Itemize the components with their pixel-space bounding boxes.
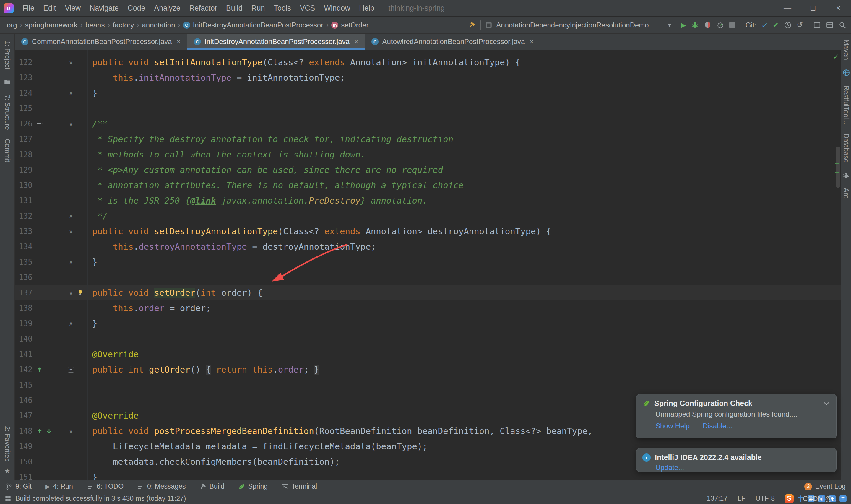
code-line-129[interactable]: 129 * <p>Any custom annotation can be us… <box>15 162 841 178</box>
code-line-134[interactable]: 134 this.destroyAnnotationType = destroy… <box>15 239 841 254</box>
chevron-down-icon[interactable] <box>822 400 830 408</box>
menu-help[interactable]: Help <box>355 2 378 14</box>
inspection-status-icon[interactable]: ✓ <box>833 52 839 61</box>
editor-tab-active[interactable]: CInitDestroyAnnotationBeanPostProcessor.… <box>187 34 365 50</box>
code-line-125[interactable]: 125 <box>15 101 841 116</box>
code-text[interactable]: public void setDestroyAnnotationType(Cla… <box>88 226 551 236</box>
code-text[interactable]: @Override <box>88 411 139 421</box>
code-text[interactable]: * <p>Any custom annotation can be used, … <box>88 165 443 175</box>
breadcrumb-springframework[interactable]: springframework <box>23 20 79 30</box>
menu-window[interactable]: Window <box>320 2 354 14</box>
fold-marker[interactable]: ∨ <box>65 289 77 296</box>
code-line-127[interactable]: 127 * Specify the destroy annotation to … <box>15 131 841 147</box>
code-line-128[interactable]: 128 * methods to call when the context i… <box>15 147 841 162</box>
menu-view[interactable]: View <box>60 2 85 14</box>
toolwindow-terminal[interactable]: Terminal <box>281 482 317 490</box>
code-text[interactable]: * Specify the destroy annotation to chec… <box>88 134 453 144</box>
code-text[interactable]: } <box>88 472 97 480</box>
toolwindow-spring[interactable]: Spring <box>238 482 268 490</box>
menu-edit[interactable]: Edit <box>39 2 60 14</box>
code-line-135[interactable]: 135∧} <box>15 254 841 270</box>
ime-toolbox-icon[interactable] <box>839 495 847 503</box>
toolwindow-4-run[interactable]: ▶4: Run <box>45 482 73 490</box>
code-text[interactable]: this.destroyAnnotationType = destroyAnno… <box>88 242 376 252</box>
close-icon[interactable]: × <box>177 38 181 46</box>
code-line-138[interactable]: 138 this.order = order; <box>15 301 841 316</box>
code-line-133[interactable]: 133∨public void setDestroyAnnotationType… <box>15 223 841 239</box>
tool-button-2-favorites[interactable]: 2: Favorites <box>3 426 11 462</box>
fold-marker[interactable]: ∨ <box>65 59 77 66</box>
fold-marker[interactable]: ∨ <box>65 228 77 235</box>
breadcrumb-factory[interactable]: factory <box>110 20 136 30</box>
code-text[interactable]: LifecycleMetadata metadata = findLifecyc… <box>88 442 428 451</box>
menu-analyze[interactable]: Analyze <box>150 2 185 14</box>
code-text[interactable]: @Override <box>88 349 139 359</box>
code-line-140[interactable]: 140 <box>15 331 841 346</box>
menu-vcs[interactable]: VCS <box>296 2 319 14</box>
menu-file[interactable]: File <box>18 2 38 14</box>
update-project-button[interactable]: ↙ <box>761 21 768 29</box>
file-encoding-indicator[interactable]: UTF-8 <box>756 494 775 503</box>
fold-marker[interactable]: ∧ <box>65 259 77 266</box>
toolwindow-9-git[interactable]: 9: Git <box>5 482 32 490</box>
code-line-141[interactable]: 141@Override <box>15 346 841 362</box>
globe-icon[interactable] <box>843 69 850 76</box>
debug-button[interactable] <box>691 21 699 29</box>
code-line-126[interactable]: 126∨/** <box>15 116 841 131</box>
close-icon[interactable]: × <box>354 38 358 46</box>
gutter-list-icon[interactable] <box>36 120 43 127</box>
editor-tab-inactive[interactable]: CCommonAnnotationBeanPostProcessor.java× <box>15 34 187 50</box>
fold-marker[interactable]: ∧ <box>65 320 77 327</box>
history-button[interactable] <box>784 21 792 29</box>
code-line-136[interactable]: 136 <box>15 270 841 285</box>
layout-button[interactable] <box>813 21 821 29</box>
code-line-137[interactable]: 137∨public void setOrder(int order) { <box>15 285 841 301</box>
scrollbar-thumb[interactable] <box>836 146 840 188</box>
code-line-130[interactable]: 130 * annotation attributes. There is no… <box>15 178 841 193</box>
fold-marker[interactable]: + <box>65 367 77 373</box>
voice-input-icon[interactable] <box>829 495 836 503</box>
build-status-message[interactable]: Build completed successfully in 3 s 430 … <box>15 494 186 503</box>
tool-button-database[interactable]: Database <box>842 133 850 162</box>
fold-marker[interactable]: ∨ <box>65 121 77 127</box>
code-text[interactable]: this.order = order; <box>88 303 211 313</box>
editor-tab-inactive[interactable]: CAutowiredAnnotationBeanPostProcessor.ja… <box>365 34 540 50</box>
sogou-logo-icon[interactable]: S <box>785 494 794 503</box>
code-line-131[interactable]: 131 * is the JSR-250 {@link javax.annota… <box>15 193 841 208</box>
handwriting-icon[interactable] <box>818 495 826 503</box>
notification-spring-config[interactable]: Spring Configuration Check Unmapped Spri… <box>636 394 836 438</box>
breadcrumb-annotation[interactable]: annotation <box>140 20 177 30</box>
code-line-145[interactable]: 145 <box>15 377 841 393</box>
menu-navigate[interactable]: Navigate <box>85 2 123 14</box>
tool-button-commit[interactable]: Commit <box>3 139 11 162</box>
tool-button-ant[interactable]: Ant <box>842 188 850 198</box>
tool-button-1-project[interactable]: 1: Project <box>3 41 11 69</box>
star-icon[interactable]: ★ <box>4 467 11 475</box>
code-text[interactable]: public void setInitAnnotationType(Class<… <box>88 57 520 67</box>
code-text[interactable]: * annotation attributes. There is no def… <box>88 180 464 190</box>
code-line-122[interactable]: 122∨public void setInitAnnotationType(Cl… <box>15 55 841 70</box>
tool-button-maven[interactable]: Maven <box>842 40 850 60</box>
notification-ide-update[interactable]: i IntelliJ IDEA 2022.2.4 available Updat… <box>636 448 836 472</box>
maximize-button[interactable]: □ <box>800 0 826 16</box>
breadcrumb-org[interactable]: org <box>5 20 19 30</box>
minimize-button[interactable]: — <box>775 0 800 16</box>
close-button[interactable]: × <box>826 0 851 16</box>
menu-run[interactable]: Run <box>247 2 269 14</box>
code-line-132[interactable]: 132∧ */ <box>15 208 841 223</box>
menu-refactor[interactable]: Refactor <box>185 2 221 14</box>
code-text[interactable]: */ <box>88 211 108 221</box>
tool-windows-button[interactable] <box>826 21 834 29</box>
code-line-123[interactable]: 123 this.initAnnotationType = initAnnota… <box>15 70 841 85</box>
code-text[interactable]: public void setOrder(int order) { <box>88 288 262 298</box>
line-separator-indicator[interactable]: LF <box>738 494 745 503</box>
ant-icon[interactable] <box>843 172 850 179</box>
rollback-button[interactable]: ↺ <box>797 21 803 29</box>
code-text[interactable]: } <box>88 257 97 267</box>
chinese-mode-icon[interactable] <box>797 495 804 503</box>
event-log-button[interactable]: 2 Event Log <box>804 482 846 490</box>
profiler-button[interactable] <box>717 21 724 29</box>
toolwindow-0-messages[interactable]: 0: Messages <box>137 482 185 490</box>
lightbulb-icon[interactable] <box>77 289 84 296</box>
override-up-icon[interactable] <box>36 366 43 373</box>
